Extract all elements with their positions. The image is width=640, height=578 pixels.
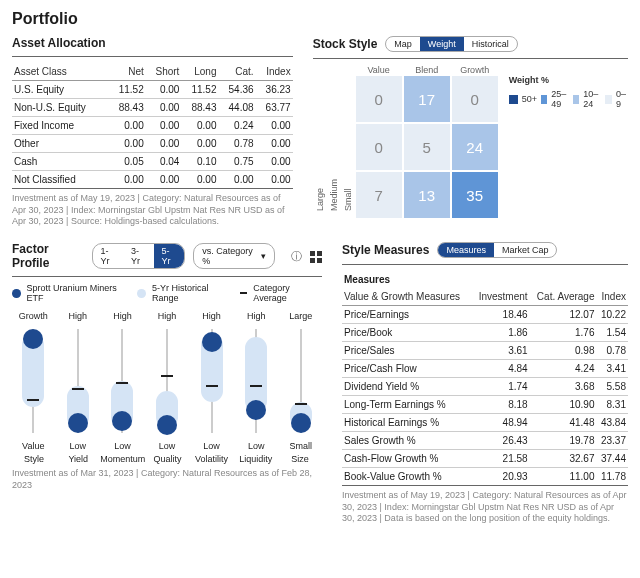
table-row: Fixed Income0.000.000.000.240.00 (12, 117, 293, 135)
table-row: Long-Term Earnings %8.1810.908.31 (342, 396, 628, 414)
style-cell: 13 (403, 171, 451, 219)
table-row: Historical Earnings %48.9441.4843.84 (342, 414, 628, 432)
factor-footnote: Investment as of Mar 31, 2023 | Category… (12, 468, 322, 491)
table-row: Book-Value Growth %20.9311.0011.78 (342, 468, 628, 486)
table-row: Price/Book1.861.761.54 (342, 324, 628, 342)
col-header: Net (109, 63, 146, 81)
page-title: Portfolio (12, 10, 628, 28)
chevron-down-icon: ▾ (261, 251, 266, 261)
asset-allocation-heading: Asset Allocation (12, 36, 293, 50)
factor-col-size: LargeSmall (279, 311, 322, 451)
measures-subhead: Measures (342, 271, 628, 288)
col-header: Long (181, 63, 218, 81)
measures-footnote: Investment as of May 19, 2023 | Category… (342, 490, 628, 525)
style-measures-heading: Style Measures (342, 243, 429, 257)
tab-marketcap[interactable]: Market Cap (494, 243, 557, 257)
style-cell: 0 (355, 75, 403, 123)
factor-col-momentum: HighLow (101, 311, 144, 451)
tab-3yr[interactable]: 3-Yr (123, 244, 154, 268)
tab-5yr[interactable]: 5-Yr (154, 244, 185, 268)
measures-tabs[interactable]: MeasuresMarket Cap (437, 242, 557, 258)
factor-compare-dropdown[interactable]: vs. Category %▾ (193, 243, 275, 269)
allocation-footnote: Investment as of May 19, 2023 | Category… (12, 193, 293, 228)
factor-col-volatility: HighLow (190, 311, 233, 451)
factor-chart: GrowthValueHighLowHighLowHighLowHighLowH… (12, 311, 322, 451)
table-row: Price/Earnings18.4612.0710.22 (342, 306, 628, 324)
svg-rect-3 (317, 258, 322, 263)
table-row: Dividend Yield %1.743.685.58 (342, 378, 628, 396)
style-box-grid: 0170052471335 (355, 75, 499, 219)
factor-col-liquidity: HighLow (235, 311, 278, 451)
table-row: Cash0.050.040.100.750.00 (12, 153, 293, 171)
measures-table: Value & Growth MeasuresInvestmentCat. Av… (342, 288, 628, 486)
col-header: Index (256, 63, 293, 81)
factor-tabs[interactable]: 1-Yr3-Yr5-Yr (92, 243, 186, 269)
table-row: Sales Growth %26.4319.7823.37 (342, 432, 628, 450)
style-box-legend: Weight % 50+25–4910–240–9 (509, 75, 628, 219)
svg-rect-1 (317, 251, 322, 256)
style-cell: 7 (355, 171, 403, 219)
col-header: Cat. (218, 63, 255, 81)
tab-historical[interactable]: Historical (464, 37, 517, 51)
style-cell: 5 (403, 123, 451, 171)
table-row: Non-U.S. Equity88.430.0088.4344.0863.77 (12, 99, 293, 117)
col-header: Value & Growth Measures (342, 288, 472, 306)
table-row: Cash-Flow Growth %21.5832.6737.44 (342, 450, 628, 468)
factor-col-yield: HighLow (57, 311, 100, 451)
stock-style-tabs[interactable]: MapWeightHistorical (385, 36, 517, 52)
table-row: U.S. Equity11.520.0011.5254.3636.23 (12, 81, 293, 99)
col-header: Index (596, 288, 628, 306)
allocation-table: Asset ClassNetShortLongCat.Index U.S. Eq… (12, 63, 293, 189)
style-cell: 35 (451, 171, 499, 219)
svg-rect-2 (310, 258, 315, 263)
factor-profile-heading: Factor Profile (12, 242, 84, 270)
tab-weight[interactable]: Weight (420, 37, 464, 51)
tab-map[interactable]: Map (386, 37, 420, 51)
grid-icon[interactable] (310, 250, 322, 263)
style-box-col-labels: ValueBlendGrowth (355, 65, 499, 75)
info-icon[interactable]: ⓘ (291, 249, 302, 264)
table-row: Not Classified0.000.000.000.000.00 (12, 171, 293, 189)
tab-measures[interactable]: Measures (438, 243, 494, 257)
col-header: Investment (472, 288, 529, 306)
factor-col-quality: HighLow (146, 311, 189, 451)
col-header: Asset Class (12, 63, 109, 81)
svg-rect-0 (310, 251, 315, 256)
tab-1yr[interactable]: 1-Yr (93, 244, 124, 268)
style-cell: 24 (451, 123, 499, 171)
table-row: Other0.000.000.000.780.00 (12, 135, 293, 153)
stock-style-heading: Stock Style (313, 37, 378, 51)
table-row: Price/Cash Flow4.844.243.41 (342, 360, 628, 378)
style-box-row-labels: LargeMediumSmall (313, 65, 355, 219)
table-row: Price/Sales3.610.980.78 (342, 342, 628, 360)
factor-legend: Sprott Uranium Miners ETF 5-Yr Historica… (12, 283, 322, 303)
factor-col-style: GrowthValue (12, 311, 55, 451)
style-cell: 0 (355, 123, 403, 171)
style-cell: 17 (403, 75, 451, 123)
col-header: Cat. Average (530, 288, 597, 306)
col-header: Short (146, 63, 182, 81)
style-cell: 0 (451, 75, 499, 123)
